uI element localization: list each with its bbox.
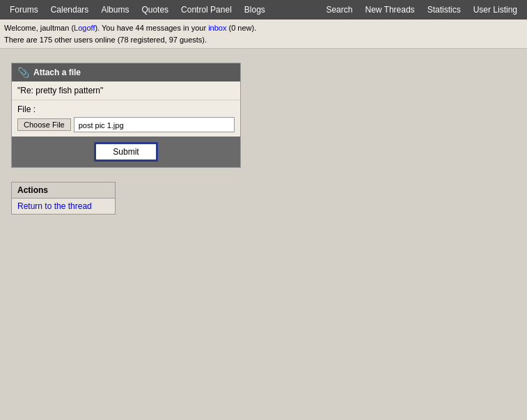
actions-body: Return to the thread [12, 199, 115, 214]
main-content: 📎 Attach a file "Re: pretty fish pattern… [0, 49, 527, 228]
users-online-text: There are 175 other users online (78 reg… [4, 36, 207, 44]
logoff-link[interactable]: Logoff [74, 24, 95, 32]
nav-calendars[interactable]: Calendars [45, 2, 95, 17]
inbox-link[interactable]: inbox [208, 24, 226, 32]
actions-title: Actions [17, 185, 48, 195]
nav-search[interactable]: Search [320, 2, 358, 17]
attach-panel: 📎 Attach a file "Re: pretty fish pattern… [11, 63, 241, 168]
welcome-text-end: (0 new). [228, 24, 256, 32]
attach-panel-title: Attach a file [33, 68, 81, 77]
nav-forums[interactable]: Forums [4, 2, 44, 17]
welcome-text-after: ). You have 44 messages in your [95, 24, 206, 32]
thread-title: "Re: pretty fish pattern" [17, 86, 103, 95]
paperclip-icon: 📎 [17, 67, 29, 78]
attach-panel-body: "Re: pretty fish pattern" File : Choose … [12, 81, 240, 167]
file-row: File : Choose File post pic 1.jpg [12, 100, 240, 137]
nav-blogs[interactable]: Blogs [239, 2, 271, 17]
thread-title-row: "Re: pretty fish pattern" [12, 81, 240, 100]
file-label: File : [17, 104, 235, 114]
nav-user-listing[interactable]: User Listing [468, 2, 523, 17]
file-name-display: post pic 1.jpg [74, 117, 235, 132]
return-to-thread-link[interactable]: Return to the thread [17, 201, 92, 211]
attach-panel-header: 📎 Attach a file [12, 63, 240, 81]
file-input-row: Choose File post pic 1.jpg [17, 117, 235, 132]
welcome-bar: Welcome, jaultman (Logoff). You have 44 … [0, 20, 527, 49]
choose-file-button[interactable]: Choose File [17, 118, 71, 131]
nav-quotes[interactable]: Quotes [136, 2, 174, 17]
nav-albums[interactable]: Albums [95, 2, 134, 17]
submit-row: Submit [12, 137, 240, 167]
nav-right: Search New Threads Statistics User Listi… [320, 2, 523, 17]
submit-button[interactable]: Submit [94, 142, 157, 162]
top-nav: Forums Calendars Albums Quotes Control P… [0, 0, 527, 20]
welcome-text-before: Welcome, jaultman ( [4, 24, 74, 32]
nav-statistics[interactable]: Statistics [422, 2, 466, 17]
actions-header: Actions [12, 182, 115, 199]
actions-panel: Actions Return to the thread [11, 182, 116, 215]
nav-control-panel[interactable]: Control Panel [175, 2, 237, 17]
nav-left: Forums Calendars Albums Quotes Control P… [4, 2, 271, 17]
nav-new-threads[interactable]: New Threads [359, 2, 420, 17]
